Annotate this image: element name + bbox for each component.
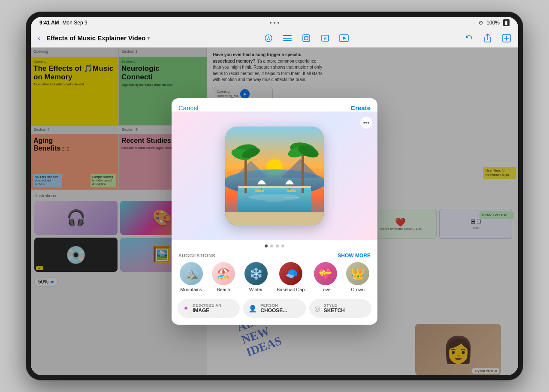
title-chevron-icon[interactable]: ▾ <box>147 35 150 41</box>
suggestion-crown[interactable]: 👑 Crown <box>346 262 369 292</box>
svg-text:A: A <box>323 36 326 41</box>
style-label: STYLE <box>324 303 345 308</box>
battery-icon: ▮ <box>503 19 510 26</box>
scene-svg <box>225 127 324 225</box>
list-tool-icon[interactable] <box>281 32 294 45</box>
person-choose-pill[interactable]: 👤 PERSON CHOOSE... <box>243 299 305 318</box>
status-dots <box>270 22 279 24</box>
person-icon: 👤 <box>248 305 257 313</box>
modal-overlay: Cancel Create ••• <box>31 48 518 375</box>
status-bar: 9:41 AM Mon Sep 9 ⊙ 100% ▮ <box>31 17 518 29</box>
suggestion-winter-label: Winter <box>249 287 263 292</box>
wifi-icon: ⊙ <box>479 20 483 26</box>
image-preview-area: ••• <box>172 112 377 240</box>
svg-marker-10 <box>343 36 346 40</box>
battery-indicator: 100% <box>486 20 500 26</box>
svg-rect-5 <box>303 35 310 42</box>
svg-rect-34 <box>238 186 311 188</box>
ellipsis-icon: ••• <box>363 119 370 126</box>
svg-rect-2 <box>283 35 292 36</box>
image-generation-modal: Cancel Create ••• <box>172 98 377 325</box>
describe-text: DESCRIBE AN IMAGE <box>193 303 221 314</box>
svg-rect-32 <box>255 190 264 192</box>
describe-icon: ✦ <box>183 304 189 313</box>
style-icon: ◎ <box>314 305 320 313</box>
status-right: ⊙ 100% ▮ <box>479 19 510 26</box>
style-pill[interactable]: ◎ STYLE SKETCH <box>309 299 371 318</box>
suggestion-love-label: Love <box>320 287 331 292</box>
add-button[interactable] <box>500 32 513 45</box>
title-text: Effects of Music Explainer Video <box>46 34 145 42</box>
style-text: STYLE SKETCH <box>324 303 345 314</box>
suggestion-baseball-cap[interactable]: 🧢 Baseball Cap <box>277 262 305 292</box>
person-text: PERSON CHOOSE... <box>260 303 287 314</box>
share-button[interactable] <box>481 32 494 45</box>
back-button[interactable]: ‹ <box>36 32 42 44</box>
suggestions-label: SUGGESTIONS <box>178 253 215 258</box>
cancel-button[interactable]: Cancel <box>178 104 199 112</box>
status-date: Mon Sep 9 <box>63 20 87 26</box>
suggestions-row: ⛰️ Mountains 🏖️ Beach ❄️ Winter <box>172 262 377 297</box>
text-tool-icon[interactable]: A <box>319 32 332 45</box>
more-options-button[interactable]: ••• <box>360 117 372 129</box>
media-tool-icon[interactable] <box>338 32 350 45</box>
toolbar-right <box>462 32 513 45</box>
main-content: Opening Section 1 Opening The Effects of… <box>31 48 518 375</box>
svg-rect-4 <box>283 40 292 41</box>
suggestion-baseball-label: Baseball Cap <box>277 287 305 292</box>
toolbar-center: A <box>154 32 458 45</box>
undo-button[interactable] <box>462 32 475 45</box>
describe-label: DESCRIBE AN <box>193 303 221 308</box>
modal-bottom-row: ✦ DESCRIBE AN IMAGE 👤 PERSON CHOOSE.. <box>172 297 377 325</box>
suggestion-mountains-label: Mountains <box>180 287 202 292</box>
suggestion-beach-label: Beach <box>217 287 230 292</box>
dot-3 <box>276 244 279 247</box>
generated-image <box>225 127 324 225</box>
describe-image-pill[interactable]: ✦ DESCRIBE AN IMAGE <box>178 299 240 318</box>
describe-value: IMAGE <box>193 308 221 314</box>
toolbar: ‹ Effects of Music Explainer Video ▾ A <box>31 29 518 48</box>
svg-rect-6 <box>305 36 308 40</box>
svg-rect-33 <box>287 190 296 192</box>
pagination-dots <box>172 240 377 251</box>
dot-4 <box>281 244 284 247</box>
ipad-shell: 9:41 AM Mon Sep 9 ⊙ 100% ▮ ‹ Effects of … <box>26 12 523 380</box>
document-title: Effects of Music Explainer Video ▾ <box>46 34 150 42</box>
person-value: CHOOSE... <box>260 308 287 314</box>
dot-1 <box>265 244 268 247</box>
suggestions-header: SUGGESTIONS SHOW MORE <box>172 251 377 262</box>
suggestion-beach[interactable]: 🏖️ Beach <box>212 262 235 292</box>
style-value: SKETCH <box>324 308 345 314</box>
svg-rect-3 <box>283 38 292 39</box>
ipad-screen: 9:41 AM Mon Sep 9 ⊙ 100% ▮ ‹ Effects of … <box>31 17 518 375</box>
suggestion-winter[interactable]: ❄️ Winter <box>244 262 268 292</box>
show-more-button[interactable]: SHOW MORE <box>338 253 371 259</box>
create-button[interactable]: Create <box>350 104 371 112</box>
suggestion-love[interactable]: 💝 Love <box>314 262 337 292</box>
svg-rect-21 <box>225 212 324 225</box>
status-dot-2 <box>274 22 275 24</box>
status-dot-1 <box>270 22 271 24</box>
shape-tool-icon[interactable] <box>300 32 313 45</box>
suggestion-crown-label: Crown <box>351 287 365 292</box>
status-dot-3 <box>278 22 279 24</box>
modal-header: Cancel Create <box>172 98 377 112</box>
svg-text:A: A <box>267 36 270 41</box>
status-time: 9:41 AM <box>39 20 59 26</box>
suggestion-mountains[interactable]: ⛰️ Mountains <box>180 262 203 292</box>
dot-2 <box>270 244 273 247</box>
style-tool-icon[interactable]: A <box>262 32 275 45</box>
person-label: PERSON <box>260 303 287 308</box>
